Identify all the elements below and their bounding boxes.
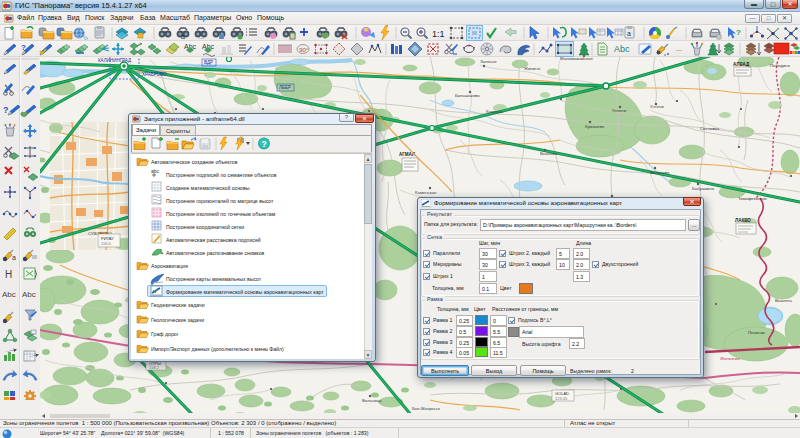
svg-text:90°: 90° [299,47,309,53]
svg-text:Победино: Победино [770,63,790,68]
svg-text:КАЛИНИНГРАД: КАЛИНИНГРАД [98,58,131,63]
svg-text:Маломожайское: Маломожайское [560,57,593,61]
svg-text:Вьюхово: Вьюхово [540,151,558,156]
svg-text:Построение координатной сетки: Построение координатной сетки [166,224,244,230]
svg-text:116.0: 116.0 [101,241,111,246]
svg-text:Бол-Матросск: Бол-Матросск [412,406,440,411]
svg-text:Вештеть: Вештеть [775,298,793,303]
svg-text:...: ... [676,45,682,52]
svg-text:Создание математической основы: Создание математической основы [166,185,250,191]
svg-text:ВДР: ВДР [204,60,213,65]
svg-text:?: ? [262,139,267,149]
svg-text:a: a [627,30,631,37]
svg-text:123.45: 123.45 [555,396,568,401]
svg-text:?: ? [3,105,9,115]
svg-text:ХРАБРОВО: ХРАБРОВО [142,72,167,77]
svg-text:Геодезические задачи: Геодезические задачи [151,302,205,308]
svg-text:Аэронавигация: Аэронавигация [151,263,188,269]
svg-text:Построение подписей по семанти: Построение подписей по семантике объекто… [166,172,277,178]
svg-text:a: a [12,254,16,261]
svg-text:Починки: Починки [748,330,765,335]
svg-text:Автоматическая расстановка под: Автоматическая расстановка подписей [166,237,261,243]
svg-text:Жилино: Жилино [524,66,541,71]
svg-text:Кумачево: Кумачево [585,124,605,129]
svg-text:a: a [181,33,185,40]
svg-text:?: ? [21,43,26,52]
svg-text:Формирование математической ос: Формирование математической основы аэрон… [166,289,324,295]
svg-text:Железнич: Железнич [720,356,740,361]
svg-text:Каменка: Каменка [486,109,504,114]
svg-text:Тимофеевское: Тимофеевское [738,196,768,201]
svg-text:АЛВАД: АЛВАД [733,62,750,67]
svg-text:Успени: Успени [612,108,627,113]
svg-text:abc: abc [151,168,160,174]
svg-text:Весёлово: Весёлово [650,170,670,175]
svg-text:Abc: Abc [614,44,630,54]
svg-text:Автоматическое распознавание с: Автоматическое распознавание снимков [166,250,265,256]
svg-text:ЛЕЕР: ЛЕЕР [279,85,291,90]
svg-text:1:1: 1:1 [432,29,445,39]
svg-text:Бабушкино: Бабушкино [692,186,715,191]
svg-text:Каменская: Каменская [415,190,437,195]
svg-text:ЛАКВО: ЛАКВО [735,218,751,223]
svg-text:118.2: 118.2 [149,365,159,370]
svg-text:Геологические задачи: Геологические задачи [151,317,204,323]
svg-text:Вольница: Вольница [362,398,382,403]
svg-text:Большаково: Большаково [455,93,480,98]
svg-text:Автоматическое создание объект: Автоматическое создание объектов [151,159,238,165]
svg-text:Сосновка: Сосновка [700,126,720,131]
svg-text:Импорт/Экспорт данных (дополни: Импорт/Экспорт данных (дополнительно к м… [151,346,284,352]
svg-text:Построение горизонталей по мат: Построение горизонталей по матрице высот [166,198,274,204]
svg-text:H: H [5,269,12,280]
svg-text:Граф дорог: Граф дорог [151,331,179,337]
svg-text:Построение карты минимальных в: Построение карты минимальных высот [166,276,262,282]
svg-text:Унгени: Унгени [650,104,664,109]
svg-text:Построение изолиний по точечны: Построение изолиний по точечным объектам [166,211,276,217]
svg-text:Abc: Abc [22,290,36,299]
svg-text:?: ? [736,28,741,37]
svg-text:Abc: Abc [2,290,16,299]
svg-text:...: ... [199,34,204,40]
svg-text:Залесье: Залесье [480,59,497,64]
